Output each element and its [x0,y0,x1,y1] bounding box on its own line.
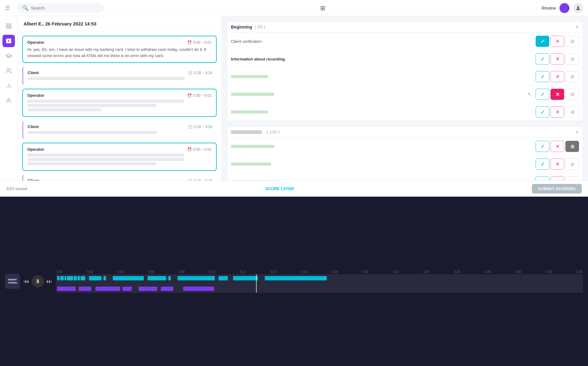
cross-button[interactable]: ✕ [550,89,564,100]
na-button[interactable]: ⊘ [565,71,579,82]
check-button[interactable]: ✓ [536,158,549,170]
fast-forward-button[interactable]: ⏭ [46,278,52,285]
player-logo: ENDER TURING [5,274,20,289]
playhead [256,274,257,293]
row-label: Information about recording [231,57,533,61]
score-btn-group: ✓ ✕ ⊘ [536,158,579,170]
scoring-row: ✓ ✕ ⊘ [227,68,583,86]
scoring-row: ✓ ✕ ⊘ [227,173,583,181]
msg-time: ⏰ 0:00 – 0:01 [187,147,212,152]
msg-time-value: 0:00 – 0:01 [193,40,212,45]
msg-role: Operator [27,40,44,45]
na-button[interactable]: ⊘ [565,141,579,152]
cross-button[interactable]: ✕ [550,141,564,152]
msg-time-value: 3:18 – 3:24 [194,125,212,129]
na-button[interactable]: ⊘ [565,158,579,170]
player-bar: ENDER TURING ⏮ ⏸ ⏭ 0:00 0:02 0:04 0:06 0… [0,197,588,366]
msg-header: Client 🕐 3:18 – 3:24 [28,70,212,75]
label-placeholder [231,110,268,114]
waveform-track[interactable] [56,274,583,293]
avatar[interactable] [559,3,569,13]
chevron-up-icon[interactable]: ∧ [575,24,579,30]
cross-button[interactable]: ✕ [550,158,564,170]
waveform-area: 0:00 0:02 0:04 0:06 0:08 0:10 0:12 0:14 … [56,270,583,293]
score-btn-group: ✓ ✕ ⊘ [536,89,579,100]
na-button[interactable]: ⊘ [565,176,579,181]
row-label [231,110,533,114]
msg-text: Hi, yes. Eh, em, I have an issue with my… [27,47,212,59]
check-button[interactable]: ✓ [536,36,549,47]
msg-time-value: 3:18 – 3:24 [194,179,212,181]
sidebar-item-play[interactable] [2,35,15,47]
submit-scoring-button[interactable]: SUBMIT SCORING [532,184,582,194]
cross-button[interactable]: ✕ [550,71,564,82]
score-later-button[interactable]: SCORE LATER [265,186,294,191]
msg-placeholder [28,131,157,134]
msg-role: Operator [27,147,44,152]
label-placeholder [231,145,274,148]
menu-icon[interactable]: ☰ [5,5,15,11]
filter-icon[interactable]: ⊞ [320,4,325,12]
topbar-right: Review [542,3,583,13]
search-bar[interactable]: 🔍 [17,3,104,13]
msg-placeholder [27,162,157,165]
topbar-center: ⊞ [104,4,542,12]
check-button[interactable]: ✓ [536,176,549,181]
cross-button[interactable]: ✕ [550,106,564,118]
msg-header: Client 🕐 3:18 – 3:24 [28,124,212,129]
score-btn-group: ✓ ✕ ⊘ [536,106,579,118]
message-bubble: Operator ⏰ 0:00 – 0:01 Hi, yes. Eh, em, … [22,36,217,63]
clock-icon: 🕐 [188,71,192,75]
na-button[interactable]: ⊘ [565,89,579,100]
check-button[interactable]: ✓ [536,106,549,118]
label-placeholder [231,93,274,96]
msg-time-value: 0:00 – 0:01 [193,147,212,152]
section-count: ( 1/10 ) [267,130,280,134]
svg-point-0 [577,6,579,8]
cross-button[interactable]: ✕ [550,36,564,47]
sidebar-item-users[interactable] [2,65,15,77]
search-input[interactable] [31,6,93,11]
row-label [231,75,533,78]
scored-label: 3/15 scored [6,186,27,191]
cross-button[interactable]: ✕ [550,53,564,65]
rewind-button[interactable]: ⏮ [24,278,29,285]
search-icon: 🔍 [22,5,29,11]
section-count: ( 2/5 ) [254,25,265,29]
check-button[interactable]: ✓ [536,71,549,82]
row-label [231,93,525,96]
main-layout: Albert E., 26 February 2022 14:53 Operat… [0,16,588,181]
section-title-group: Beginning ( 2/5 ) [231,25,265,29]
scoring-row: ✓ ✕ ⊘ [227,103,583,121]
cross-button[interactable]: ✕ [550,176,564,181]
scoring-section-beginning: Beginning ( 2/5 ) ∧ Client verification … [227,21,583,121]
score-footer: 3/15 scored SCORE LATER SUBMIT SCORING [0,181,588,197]
chevron-up-icon[interactable]: ∧ [575,129,579,135]
msg-header: Operator ⏰ 0:00 – 0:01 [27,40,212,45]
scoring-row: Client verification ✓ ✕ ⊘ [227,33,583,50]
sidebar-item-grid[interactable] [2,20,15,32]
msg-header: Operator ⏰ 0:00 – 0:01 [27,93,212,98]
scoring-row: Information about recording ✓ ✕ ⊘ [227,50,583,68]
msg-placeholder [27,158,184,161]
msg-placeholder [27,100,184,103]
sidebar-item-person[interactable] [2,94,15,107]
msg-time: 🕐 3:18 – 3:24 [188,125,212,129]
na-button[interactable]: ⊘ [565,36,579,47]
check-button[interactable]: ✓ [536,89,549,100]
check-button[interactable]: ✓ [536,141,549,152]
sidebar-item-chart[interactable] [2,79,15,92]
check-button[interactable]: ✓ [536,53,549,65]
review-label: Review [542,6,556,11]
message-bubble: Operator ⏰ 0:00 – 0:01 [22,143,217,171]
score-btn-group: ✓ ✕ ⊘ [536,141,579,152]
pause-button[interactable]: ⏸ [32,275,44,288]
na-button[interactable]: ⊘ [565,106,579,118]
na-button[interactable]: ⊘ [565,53,579,65]
clock-icon: ⏰ [187,93,192,98]
message-bubble: Client 🕐 3:18 – 3:24 [22,175,217,181]
user-icon[interactable] [573,3,583,13]
section-title-placeholder [231,130,262,134]
sidebar-item-learn[interactable] [2,50,15,62]
msg-header: Operator ⏰ 0:00 – 0:01 [27,147,212,152]
